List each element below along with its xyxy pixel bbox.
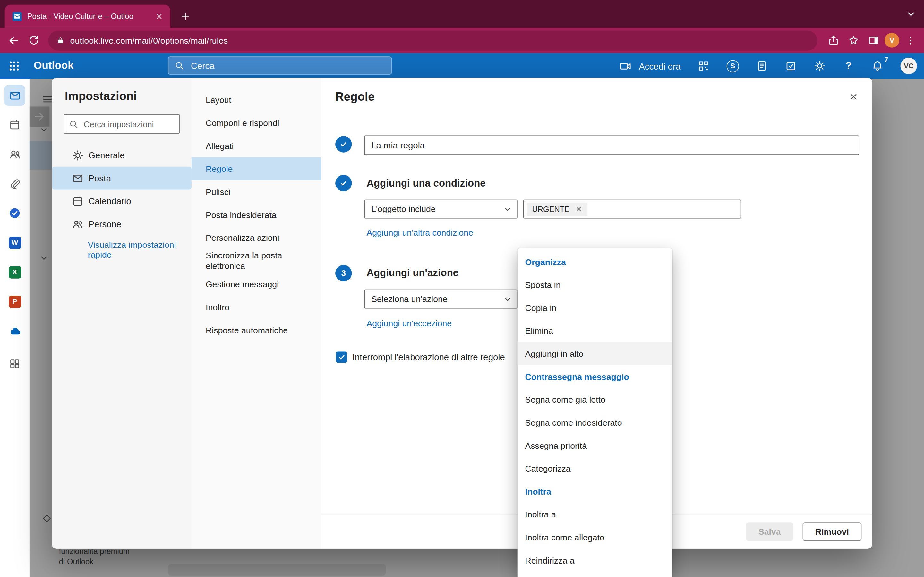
add-exception-link[interactable]: Aggiungi un'eccezione xyxy=(367,319,452,328)
action-menu-item[interactable]: Categorizza xyxy=(517,457,672,480)
settings-category[interactable]: Gestione messaggi xyxy=(192,272,321,295)
skype-icon[interactable]: S xyxy=(727,60,739,72)
settings-search[interactable] xyxy=(63,114,180,134)
help-icon[interactable]: ? xyxy=(843,60,855,72)
action-menu-item[interactable]: Segna come indesiderato xyxy=(517,411,672,434)
action-menu-item[interactable]: Assegna priorità xyxy=(517,434,672,457)
search-input[interactable] xyxy=(190,60,385,71)
settings-category[interactable]: Pulisci xyxy=(192,180,321,203)
outlook-brand[interactable]: Outlook xyxy=(34,60,74,72)
action-menu-item[interactable]: Contrassegna messaggio xyxy=(517,365,672,388)
action-menu-item[interactable]: Reindirizza a xyxy=(517,549,672,572)
tab-title: Posta - Video Cultur-e – Outloo xyxy=(27,12,148,21)
settings-nav-calendario[interactable]: Calendario xyxy=(52,189,192,213)
titlebar-chevron-icon[interactable] xyxy=(905,8,917,20)
action-menu-item[interactable]: Segna come già letto xyxy=(517,388,672,411)
new-tab-button[interactable] xyxy=(176,7,194,25)
settings-sidebar: Impostazioni Generale Po xyxy=(52,77,192,548)
outlook-favicon xyxy=(13,11,22,21)
search-icon xyxy=(69,119,78,129)
screen: Posta - Video Cultur-e – Outloo xyxy=(0,0,924,577)
settings-category[interactable]: Risposte automatiche xyxy=(192,319,321,342)
settings-title: Impostazioni xyxy=(65,89,137,103)
settings-category[interactable]: Layout xyxy=(192,89,321,111)
settings-categories: Layout Componi e rispondi Allegati Regol… xyxy=(192,77,321,548)
notifications-bell-icon[interactable]: 7 xyxy=(872,60,884,72)
stop-processing-label[interactable]: Interrompi l'elaborazione di altre regol… xyxy=(352,352,505,362)
browser-titlebar: Posta - Video Cultur-e – Outloo xyxy=(0,0,924,27)
chevron-down-icon xyxy=(503,205,512,214)
sidebar-toggle-icon[interactable] xyxy=(863,31,883,50)
share-icon[interactable] xyxy=(823,31,843,50)
browser-tab[interactable]: Posta - Video Cultur-e – Outloo xyxy=(5,5,170,28)
app-launcher-icon[interactable] xyxy=(8,60,21,73)
bookmark-star-icon[interactable] xyxy=(843,31,863,50)
settings-category[interactable]: Posta indesiderata xyxy=(192,203,321,226)
rules-title: Regole xyxy=(335,90,375,103)
settings-dialog: Impostazioni Generale Po xyxy=(52,77,872,548)
rail-onedrive-icon[interactable] xyxy=(4,320,25,342)
url-bar[interactable]: outlook.live.com/mail/0/options/mail/rul… xyxy=(48,31,817,50)
rail-powerpoint-icon[interactable]: P xyxy=(4,291,25,312)
save-button[interactable]: Salva xyxy=(746,522,793,541)
action-menu-item[interactable]: Inoltra come allegato xyxy=(517,526,672,549)
settings-gear-icon[interactable] xyxy=(814,60,826,72)
rail-mail-icon[interactable] xyxy=(4,85,25,106)
settings-category[interactable]: Sincronizza la posta elettronica xyxy=(192,249,321,272)
settings-category[interactable]: Allegati xyxy=(192,134,321,157)
chip-remove-icon[interactable] xyxy=(575,205,582,213)
rail-calendar-icon[interactable] xyxy=(4,114,25,135)
rule-name-input[interactable] xyxy=(364,135,859,155)
settings-category[interactable]: Personalizza azioni xyxy=(192,226,321,249)
browser-toolbar: outlook.live.com/mail/0/options/mail/rul… xyxy=(0,27,924,53)
signin-now-button[interactable]: Accedi ora xyxy=(620,60,681,72)
action-menu-item[interactable]: Copia in xyxy=(517,296,672,319)
rail-todo-icon[interactable] xyxy=(4,203,25,224)
chevron-down-icon xyxy=(503,295,512,304)
rail-word-icon[interactable]: W xyxy=(4,232,25,253)
action-select[interactable]: Seleziona un'azione xyxy=(364,290,517,309)
stop-processing-checkbox[interactable] xyxy=(336,351,347,363)
header-search[interactable] xyxy=(168,56,392,75)
step3-number: 3 xyxy=(335,265,352,282)
back-button[interactable] xyxy=(3,31,23,50)
action-menu-item[interactable]: Inoltra xyxy=(517,480,672,503)
close-icon[interactable] xyxy=(845,89,861,105)
remove-button[interactable]: Rimuovi xyxy=(803,522,862,541)
action-menu-item[interactable]: Elimina xyxy=(517,319,672,342)
rail-attachments-icon[interactable] xyxy=(4,173,25,194)
action-menu-item[interactable]: Inoltra a xyxy=(517,503,672,526)
reload-button[interactable] xyxy=(23,31,43,50)
rail-people-icon[interactable] xyxy=(4,143,25,165)
condition-select[interactable]: L'oggetto include xyxy=(364,200,517,219)
settings-category[interactable]: Inoltro xyxy=(192,295,321,319)
settings-category[interactable]: Componi e rispondi xyxy=(192,111,321,134)
notification-count: 7 xyxy=(885,56,888,63)
settings-nav-generale[interactable]: Generale xyxy=(52,143,192,167)
condition-chip: URGENTE xyxy=(527,202,587,216)
settings-search-input[interactable] xyxy=(82,119,174,129)
tab-close-icon[interactable] xyxy=(153,11,164,21)
action-menu-item[interactable]: Sposta in xyxy=(517,273,672,296)
action-menu-item[interactable]: Aggiungi in alto xyxy=(517,342,672,365)
qr-code-icon[interactable] xyxy=(698,60,710,72)
rail-excel-icon[interactable]: X xyxy=(4,261,25,283)
add-condition-link[interactable]: Aggiungi un'altra condizione xyxy=(367,228,473,237)
account-avatar[interactable]: VC xyxy=(901,58,917,74)
action-heading: Aggiungi un'azione xyxy=(367,268,459,279)
action-menu-item[interactable]: Organizza xyxy=(517,250,672,274)
browser-profile-avatar[interactable]: V xyxy=(885,33,899,48)
settings-category[interactable]: Regole xyxy=(192,157,321,180)
lock-icon xyxy=(56,36,65,45)
gear-icon xyxy=(72,149,84,161)
notes-check-icon[interactable] xyxy=(785,60,797,72)
rail-more-apps-icon[interactable] xyxy=(4,353,25,374)
url-text: outlook.live.com/mail/0/options/mail/rul… xyxy=(70,35,228,45)
condition-heading: Aggiungi una condizione xyxy=(367,178,485,190)
quick-settings-link[interactable]: Visualizza impostazioni rapide xyxy=(88,240,176,259)
condition-value-box[interactable]: URGENTE xyxy=(523,200,741,219)
settings-nav-posta[interactable]: Posta xyxy=(52,167,192,190)
settings-nav-persone[interactable]: Persone xyxy=(52,213,192,235)
browser-menu-icon[interactable] xyxy=(901,31,921,50)
immersive-reader-icon[interactable] xyxy=(756,60,768,72)
